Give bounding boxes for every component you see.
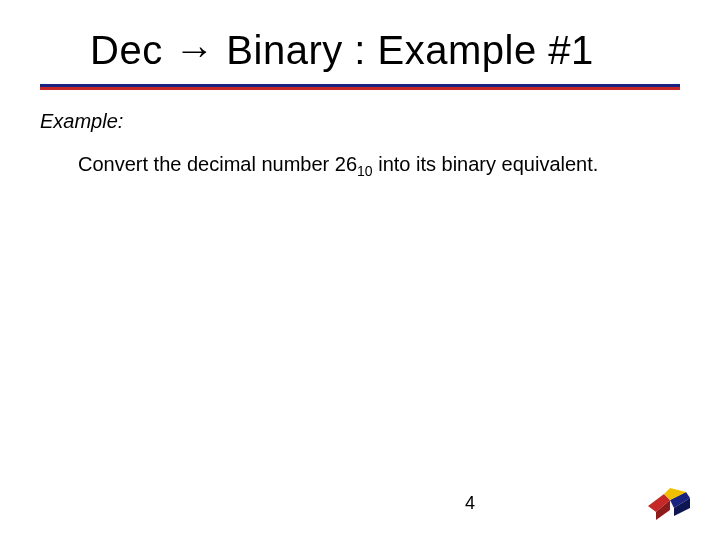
- example-label: Example:: [40, 110, 123, 133]
- body-suffix: into its binary equivalent.: [373, 153, 599, 175]
- page-title: Dec → Binary : Example #1: [90, 28, 670, 73]
- body-prefix: Convert the decimal number 26: [78, 153, 357, 175]
- page-number: 4: [0, 493, 720, 514]
- title-underline: [40, 84, 680, 90]
- logo-icon: [646, 486, 692, 524]
- body-text: Convert the decimal number 2610 into its…: [78, 150, 660, 182]
- underline-red: [40, 87, 680, 90]
- body-subscript: 10: [357, 163, 373, 179]
- slide: Dec → Binary : Example #1 Example: Conve…: [0, 0, 720, 540]
